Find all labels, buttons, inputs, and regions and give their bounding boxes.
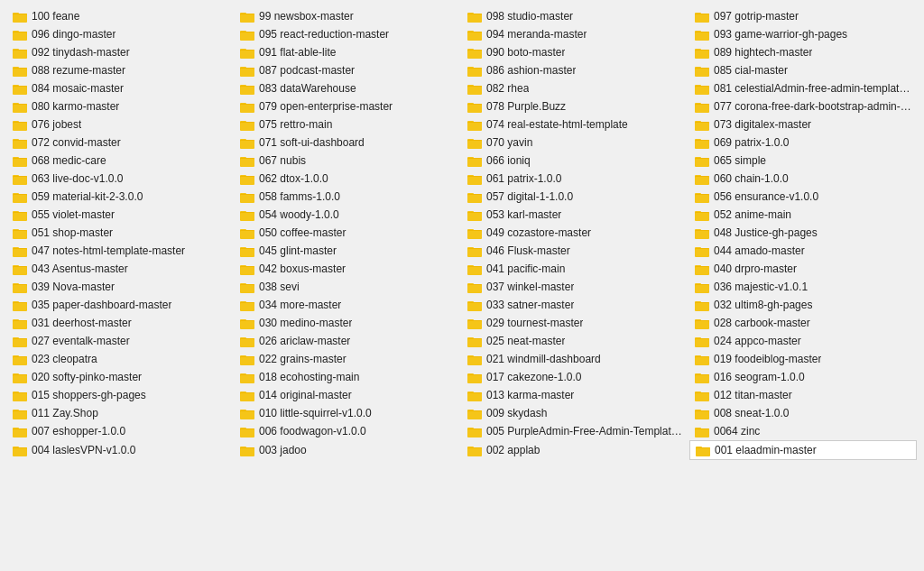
folder-item[interactable]: 002 applab [462, 440, 689, 460]
folder-item[interactable]: 005 PurpleAdmin-Free-Admin-Template-... [462, 422, 689, 440]
folder-item[interactable]: 009 skydash [462, 404, 689, 422]
folder-item[interactable]: 028 carbook-master [689, 314, 917, 332]
folder-item[interactable]: 032 ultim8-gh-pages [689, 296, 917, 314]
folder-item[interactable]: 001 elaadmin-master [689, 440, 917, 460]
folder-item[interactable]: 0064 zinc [689, 422, 917, 440]
folder-item[interactable]: 085 cial-master [689, 61, 917, 79]
folder-item[interactable]: 013 karma-master [462, 386, 689, 404]
folder-item[interactable]: 067 nubis [235, 152, 462, 170]
folder-item[interactable]: 075 rettro-main [235, 115, 462, 134]
folder-item[interactable]: 047 notes-html-template-master [7, 242, 235, 260]
folder-item[interactable]: 003 jadoo [235, 440, 462, 460]
folder-item[interactable]: 019 foodeiblog-master [689, 350, 917, 368]
folder-item[interactable]: 083 dataWarehouse [235, 79, 462, 97]
folder-item[interactable]: 082 rhea [462, 79, 689, 97]
folder-item[interactable]: 055 violet-master [7, 206, 235, 224]
folder-item[interactable]: 041 pacific-main [462, 260, 689, 278]
folder-item[interactable]: 007 eshopper-1.0.0 [7, 422, 235, 440]
folder-item[interactable]: 023 cleopatra [7, 350, 235, 368]
folder-item[interactable]: 069 patrix-1.0.0 [689, 134, 917, 152]
folder-item[interactable]: 030 medino-master [235, 314, 462, 332]
folder-item[interactable]: 031 deerhost-master [7, 314, 235, 332]
folder-item[interactable]: 018 ecohosting-main [235, 368, 462, 386]
folder-item[interactable]: 050 coffee-master [235, 224, 462, 242]
folder-item[interactable]: 054 woody-1.0.0 [235, 206, 462, 224]
folder-item[interactable]: 076 jobest [7, 115, 235, 134]
folder-item[interactable]: 053 karl-master [462, 206, 689, 224]
folder-item[interactable]: 095 react-reduction-master [235, 25, 462, 43]
folder-item[interactable]: 090 boto-master [462, 43, 689, 61]
folder-item[interactable]: 077 corona-free-dark-bootstrap-admin-te.… [689, 97, 917, 115]
folder-item[interactable]: 079 open-enterprise-master [235, 97, 462, 115]
folder-item[interactable]: 087 podcast-master [235, 61, 462, 79]
folder-item[interactable]: 025 neat-master [462, 332, 689, 350]
folder-item[interactable]: 091 flat-able-lite [235, 43, 462, 61]
folder-item[interactable]: 086 ashion-master [462, 61, 689, 79]
folder-item[interactable]: 098 studio-master [462, 7, 689, 25]
folder-item[interactable]: 051 shop-master [7, 224, 235, 242]
folder-item[interactable]: 059 material-kit-2-3.0.0 [7, 188, 235, 206]
folder-item[interactable]: 088 rezume-master [7, 61, 235, 79]
folder-item[interactable]: 011 Zay.Shop [7, 404, 235, 422]
folder-item[interactable]: 074 real-estate-html-template [462, 115, 689, 134]
folder-item[interactable]: 092 tinydash-master [7, 43, 235, 61]
folder-item[interactable]: 021 windmill-dashboard [462, 350, 689, 368]
folder-item[interactable]: 022 grains-master [235, 350, 462, 368]
folder-item[interactable]: 006 foodwagon-v1.0.0 [235, 422, 462, 440]
folder-item[interactable]: 99 newsbox-master [235, 7, 462, 25]
folder-item[interactable]: 060 chain-1.0.0 [689, 170, 917, 188]
folder-item[interactable]: 033 satner-master [462, 296, 689, 314]
folder-item[interactable]: 096 dingo-master [7, 25, 235, 43]
folder-item[interactable]: 093 game-warrior-gh-pages [689, 25, 917, 43]
folder-item[interactable]: 039 Nova-master [7, 278, 235, 296]
folder-item[interactable]: 010 little-squirrel-v1.0.0 [235, 404, 462, 422]
folder-item[interactable]: 024 appco-master [689, 332, 917, 350]
folder-item[interactable]: 097 gotrip-master [689, 7, 917, 25]
folder-item[interactable]: 100 feane [7, 7, 235, 25]
folder-item[interactable]: 062 dtox-1.0.0 [235, 170, 462, 188]
folder-item[interactable]: 040 drpro-master [689, 260, 917, 278]
folder-item[interactable]: 037 winkel-master [462, 278, 689, 296]
folder-item[interactable]: 058 famms-1.0.0 [235, 188, 462, 206]
folder-item[interactable]: 017 cakezone-1.0.0 [462, 368, 689, 386]
folder-item[interactable]: 014 original-master [235, 386, 462, 404]
folder-item[interactable]: 035 paper-dashboard-master [7, 296, 235, 314]
folder-item[interactable]: 049 cozastore-master [462, 224, 689, 242]
folder-item[interactable]: 008 sneat-1.0.0 [689, 404, 917, 422]
folder-item[interactable]: 046 Flusk-master [462, 242, 689, 260]
folder-item[interactable]: 038 sevi [235, 278, 462, 296]
folder-item[interactable]: 020 softy-pinko-master [7, 368, 235, 386]
folder-item[interactable]: 057 digital-1-1.0.0 [462, 188, 689, 206]
folder-item[interactable]: 048 Justice-gh-pages [689, 224, 917, 242]
folder-item[interactable]: 027 eventalk-master [7, 332, 235, 350]
folder-item[interactable]: 034 more-master [235, 296, 462, 314]
folder-item[interactable]: 036 majestic-v1.0.1 [689, 278, 917, 296]
folder-item[interactable]: 026 ariclaw-master [235, 332, 462, 350]
folder-item[interactable]: 065 simple [689, 152, 917, 170]
folder-item[interactable]: 066 ioniq [462, 152, 689, 170]
folder-item[interactable]: 016 seogram-1.0.0 [689, 368, 917, 386]
folder-item[interactable]: 056 ensurance-v1.0.0 [689, 188, 917, 206]
folder-item[interactable]: 073 digitalex-master [689, 115, 917, 134]
folder-item[interactable]: 042 boxus-master [235, 260, 462, 278]
folder-item[interactable]: 084 mosaic-master [7, 79, 235, 97]
folder-item[interactable]: 061 patrix-1.0.0 [462, 170, 689, 188]
folder-item[interactable]: 080 karmo-master [7, 97, 235, 115]
folder-item[interactable]: 089 hightech-master [689, 43, 917, 61]
folder-item[interactable]: 070 yavin [462, 134, 689, 152]
folder-item[interactable]: 078 Purple.Buzz [462, 97, 689, 115]
folder-item[interactable]: 015 shoppers-gh-pages [7, 386, 235, 404]
folder-item[interactable]: 029 tournest-master [462, 314, 689, 332]
folder-item[interactable]: 052 anime-main [689, 206, 917, 224]
folder-item[interactable]: 063 live-doc-v1.0.0 [7, 170, 235, 188]
folder-item[interactable]: 004 laslesVPN-v1.0.0 [7, 440, 235, 460]
folder-item[interactable]: 044 amado-master [689, 242, 917, 260]
folder-item[interactable]: 094 meranda-master [462, 25, 689, 43]
folder-item[interactable]: 068 medic-care [7, 152, 235, 170]
folder-item[interactable]: 081 celestialAdmin-free-admin-template-.… [689, 79, 917, 97]
folder-item[interactable]: 043 Asentus-master [7, 260, 235, 278]
folder-item[interactable]: 012 titan-master [689, 386, 917, 404]
folder-item[interactable]: 072 convid-master [7, 134, 235, 152]
folder-item[interactable]: 045 glint-master [235, 242, 462, 260]
folder-item[interactable]: 071 soft-ui-dashboard [235, 134, 462, 152]
